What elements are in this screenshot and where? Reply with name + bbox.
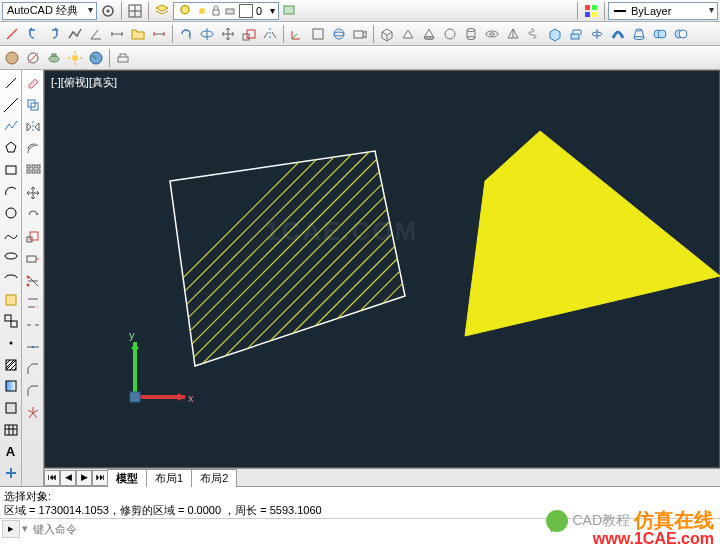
command-history[interactable]: 选择对象: 区域 = 1730014.1053，修剪的区域 = 0.0000 ，… xyxy=(0,486,720,518)
move-tool-icon[interactable] xyxy=(23,183,43,203)
sphere-icon[interactable] xyxy=(440,24,460,44)
mirror-tool-icon[interactable] xyxy=(23,117,43,137)
torus-icon[interactable] xyxy=(482,24,502,44)
erase-icon[interactable] xyxy=(23,73,43,93)
spline-tool-icon[interactable] xyxy=(1,225,21,245)
make-block-icon[interactable] xyxy=(1,312,21,332)
tab-layout2[interactable]: 布局2 xyxy=(191,469,237,487)
array-icon[interactable] xyxy=(23,161,43,181)
tab-layout1[interactable]: 布局1 xyxy=(146,469,192,487)
hide-icon[interactable] xyxy=(23,48,43,68)
region-tool-icon[interactable] xyxy=(1,398,21,418)
svg-rect-41 xyxy=(52,54,56,56)
rotate-tool-icon[interactable] xyxy=(23,205,43,225)
break-icon[interactable] xyxy=(23,315,43,335)
redo-icon[interactable] xyxy=(44,24,64,44)
orbit-icon[interactable] xyxy=(329,24,349,44)
subtract-icon[interactable] xyxy=(671,24,691,44)
rectangle-tool-icon[interactable] xyxy=(1,160,21,180)
extrude-icon[interactable] xyxy=(566,24,586,44)
scale-icon[interactable] xyxy=(239,24,259,44)
rotate-icon[interactable] xyxy=(176,24,196,44)
pyramid-icon[interactable] xyxy=(503,24,523,44)
tab-model[interactable]: 模型 xyxy=(107,469,147,487)
revolve-icon[interactable] xyxy=(587,24,607,44)
workspace-selector[interactable]: AutoCAD 经典 xyxy=(2,2,97,20)
command-prompt-icon[interactable]: ▸ xyxy=(2,520,20,538)
render-teapot-icon[interactable] xyxy=(44,48,64,68)
union-icon[interactable] xyxy=(650,24,670,44)
ucs-world-icon[interactable] xyxy=(287,24,307,44)
color-control-icon[interactable] xyxy=(581,1,601,21)
undo-icon[interactable] xyxy=(23,24,43,44)
tab-last-icon[interactable]: ⏭ xyxy=(92,470,108,486)
angle-icon[interactable] xyxy=(86,24,106,44)
layer-match-icon[interactable] xyxy=(280,1,300,21)
fillet-icon[interactable] xyxy=(23,381,43,401)
tab-layout2-label: 布局2 xyxy=(200,472,228,484)
svg-point-37 xyxy=(6,52,18,64)
mirror-icon[interactable] xyxy=(260,24,280,44)
xline-tool-icon[interactable] xyxy=(1,95,21,115)
box-icon[interactable] xyxy=(377,24,397,44)
measure-icon[interactable] xyxy=(149,24,169,44)
viewport-label[interactable]: [-][俯视][真实] xyxy=(51,75,117,90)
point-tool-icon[interactable] xyxy=(1,333,21,353)
helix-icon[interactable] xyxy=(524,24,544,44)
explode-icon[interactable] xyxy=(23,403,43,423)
layer-selector[interactable]: 0 xyxy=(173,2,279,20)
move-icon[interactable] xyxy=(218,24,238,44)
stretch-icon[interactable] xyxy=(23,249,43,269)
line-tool-icon[interactable] xyxy=(1,73,21,93)
insert-block-icon[interactable] xyxy=(1,290,21,310)
material-icon[interactable] xyxy=(2,48,22,68)
render-globe-icon[interactable] xyxy=(86,48,106,68)
hatch-tool-icon[interactable] xyxy=(1,355,21,375)
offset-icon[interactable] xyxy=(23,139,43,159)
lineweight-selector[interactable]: ByLayer xyxy=(608,2,718,20)
rotate3d-icon[interactable] xyxy=(197,24,217,44)
extend-icon[interactable] xyxy=(23,293,43,313)
tab-prev-icon[interactable]: ◀ xyxy=(60,470,76,486)
print-icon xyxy=(224,5,236,17)
gradient-tool-icon[interactable] xyxy=(1,377,21,397)
svg-point-36 xyxy=(679,30,687,38)
scale-tool-icon[interactable] xyxy=(23,227,43,247)
separator xyxy=(604,2,605,20)
copy-icon[interactable] xyxy=(23,95,43,115)
camera-icon[interactable] xyxy=(350,24,370,44)
cone-icon[interactable] xyxy=(419,24,439,44)
table-tool-icon[interactable] xyxy=(1,420,21,440)
tab-model-label: 模型 xyxy=(116,472,138,484)
addselect-icon[interactable] xyxy=(1,463,21,483)
line-icon[interactable] xyxy=(2,24,22,44)
ellipse-tool-icon[interactable] xyxy=(1,247,21,267)
circle-tool-icon[interactable] xyxy=(1,203,21,223)
distance-icon[interactable] xyxy=(107,24,127,44)
loft-icon[interactable] xyxy=(629,24,649,44)
polygon-tool-icon[interactable] xyxy=(1,138,21,158)
mesh-box-icon[interactable] xyxy=(545,24,565,44)
mtext-tool-icon[interactable]: A xyxy=(1,442,21,462)
ellipse-arc-icon[interactable] xyxy=(1,268,21,288)
light-icon[interactable] xyxy=(113,48,133,68)
trim-icon[interactable] xyxy=(23,271,43,291)
drawing-viewport[interactable]: [-][俯视][真实] xyxy=(44,70,720,468)
arc-tool-icon[interactable] xyxy=(1,181,21,201)
open-icon[interactable] xyxy=(128,24,148,44)
sun-icon[interactable] xyxy=(65,48,85,68)
svg-point-42 xyxy=(72,55,78,61)
cylinder-icon[interactable] xyxy=(461,24,481,44)
view-icon[interactable] xyxy=(308,24,328,44)
wedge-icon[interactable] xyxy=(398,24,418,44)
ws-settings-icon[interactable] xyxy=(98,1,118,21)
tab-first-icon[interactable]: ⏮ xyxy=(44,470,60,486)
polyline-icon[interactable] xyxy=(65,24,85,44)
tab-next-icon[interactable]: ▶ xyxy=(76,470,92,486)
layer-properties-icon[interactable] xyxy=(152,1,172,21)
join-icon[interactable] xyxy=(23,337,43,357)
polyline-tool-icon[interactable] xyxy=(1,116,21,136)
grid-icon[interactable] xyxy=(125,1,145,21)
chamfer-icon[interactable] xyxy=(23,359,43,379)
sweep-icon[interactable] xyxy=(608,24,628,44)
